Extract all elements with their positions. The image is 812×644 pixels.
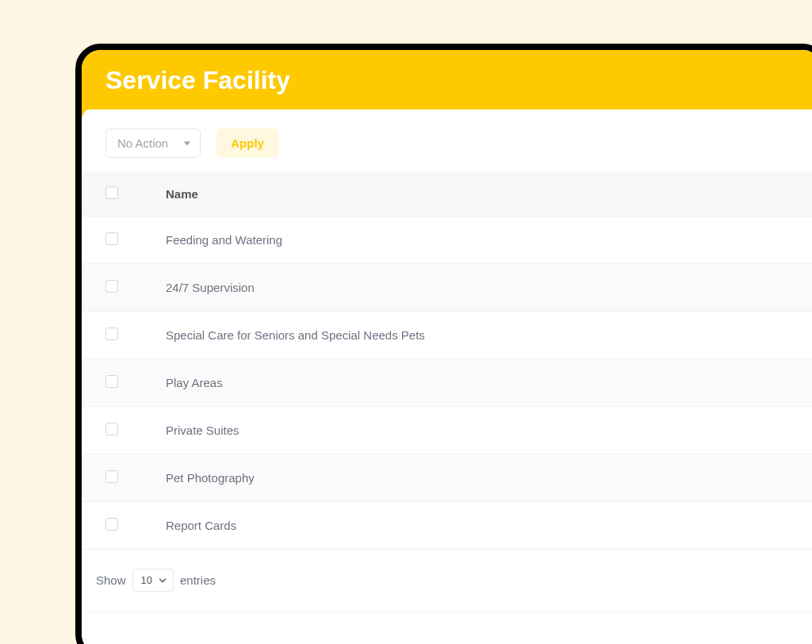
- entries-label: entries: [180, 573, 216, 587]
- content-card: No Action Apply Name Feeding and Waterin…: [83, 109, 812, 611]
- row-checkbox-cell: [83, 359, 147, 407]
- row-checkbox-cell: [83, 312, 147, 359]
- row-checkbox-cell: [83, 454, 147, 502]
- action-dropdown-label: No Action: [117, 136, 168, 150]
- row-name: Special Care for Seniors and Special Nee…: [147, 312, 812, 359]
- chevron-down-icon: [157, 575, 168, 586]
- row-checkbox[interactable]: [105, 232, 118, 245]
- row-name: Private Suites: [147, 407, 812, 454]
- row-name: Pet Photography: [147, 454, 812, 502]
- table-row: 24/7 Supervision: [83, 264, 812, 312]
- table-row: Feeding and Watering: [83, 217, 812, 264]
- row-name: Report Cards: [147, 502, 812, 550]
- table-footer: Show 10 entries: [83, 550, 812, 611]
- row-checkbox[interactable]: [105, 328, 118, 340]
- window-frame: Service Facility No Action Apply Name Fe…: [75, 44, 812, 644]
- row-checkbox[interactable]: [105, 375, 118, 388]
- row-checkbox[interactable]: [105, 518, 118, 531]
- column-name: Name: [147, 172, 812, 217]
- table-row: Play Areas: [83, 359, 812, 407]
- row-checkbox[interactable]: [105, 470, 118, 483]
- show-label: Show: [96, 573, 126, 587]
- select-all-checkbox[interactable]: [105, 186, 118, 199]
- row-checkbox-cell: [83, 407, 147, 454]
- service-table: Name Feeding and Watering24/7 Supervisio…: [83, 172, 812, 550]
- toolbar: No Action Apply: [83, 109, 812, 172]
- row-checkbox[interactable]: [105, 423, 118, 435]
- table-row: Pet Photography: [83, 454, 812, 502]
- page-title: Service Facility: [105, 66, 798, 95]
- entries-select[interactable]: 10: [132, 569, 174, 592]
- entries-value: 10: [141, 574, 152, 586]
- page-header: Service Facility: [82, 50, 812, 116]
- table-row: Special Care for Seniors and Special Nee…: [83, 312, 812, 359]
- select-all-header: [83, 172, 147, 217]
- row-name: 24/7 Supervision: [147, 264, 812, 312]
- table-header-row: Name: [83, 172, 812, 217]
- row-checkbox[interactable]: [105, 280, 118, 293]
- row-checkbox-cell: [83, 217, 147, 264]
- table-row: Report Cards: [83, 502, 812, 550]
- row-name: Feeding and Watering: [147, 217, 812, 264]
- caret-down-icon: [184, 141, 190, 145]
- action-dropdown[interactable]: No Action: [105, 128, 201, 158]
- row-name: Play Areas: [147, 359, 812, 407]
- row-checkbox-cell: [83, 264, 147, 312]
- row-checkbox-cell: [83, 502, 147, 550]
- table-row: Private Suites: [83, 407, 812, 454]
- apply-button[interactable]: Apply: [216, 128, 278, 158]
